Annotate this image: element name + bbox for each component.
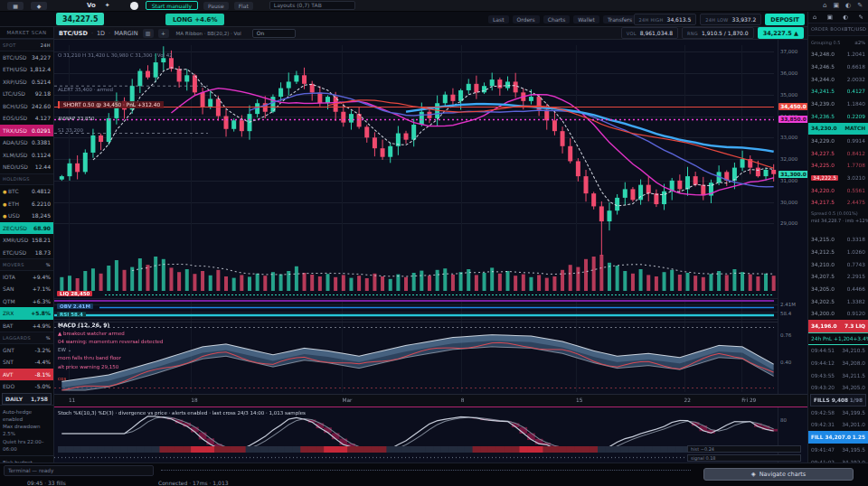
watchlist-row[interactable]: LTC/USD92.18: [0, 88, 53, 100]
watchlist-row[interactable]: SNT-4.4%: [0, 356, 53, 369]
orderbook-row[interactable]: 34,196.07.3 LIQ: [808, 320, 868, 332]
watchlist-row[interactable]: QTM+6.3%: [0, 295, 53, 308]
orderbook-row[interactable]: 34,244.02.0032: [808, 73, 868, 86]
orderbook-row[interactable]: 34,236.50.2209: [808, 110, 868, 123]
orderbook-row[interactable]: 34,207.52.2915: [808, 270, 868, 283]
pause-button[interactable]: Pause: [203, 2, 229, 10]
watchlist-sidebar: MARKET SCAN SPOT24HBTC/USD34,227ETH/USD1…: [0, 27, 54, 463]
watchlist-row[interactable]: XMR/USD158.21: [0, 234, 53, 247]
candles-icon[interactable]: ▥: [143, 29, 154, 38]
watchlist-row[interactable]: XRP/USD0.5214: [0, 76, 53, 89]
orderbook-row[interactable]: FILL 34,207.01.25: [808, 431, 868, 444]
ribbon-nav-last[interactable]: Last: [488, 15, 509, 23]
position-label[interactable]: SHORT 0.50 @ 34,450 · PnL +312.40: [58, 101, 164, 108]
orderbook-row[interactable]: FILLS 9,4081/98: [810, 394, 866, 407]
daily-stats-cell[interactable]: DAILY 1,758: [2, 393, 52, 405]
alert-label[interactable]: AVWAP 33,850: [58, 116, 94, 121]
orderbook-row[interactable]: 34,202.51.3382: [808, 295, 868, 308]
watchlist-row[interactable]: BCH/USD242.60: [0, 100, 53, 113]
orderbook-row[interactable]: 09:42:5834,199.5: [808, 407, 868, 419]
watchlist-row[interactable]: ETC/USD18.73: [0, 247, 53, 259]
ribbon-nav-transfers[interactable]: Transfers: [603, 15, 637, 23]
orderbook-row[interactable]: Spread 0.5 (0.001%)mid 34,228.7 · imb +1…: [808, 209, 868, 233]
orderbook-row[interactable]: 34,229.00.9914: [808, 135, 868, 147]
watchlist-row[interactable]: BAT+4.9%: [0, 320, 53, 332]
watchlist-row[interactable]: ZEC/USD68.90: [0, 222, 53, 235]
watchlist-row[interactable]: ADA/USD0.3381: [0, 136, 53, 149]
orderbook-row[interactable]: 34,246.50.6618: [808, 61, 868, 73]
orderbook-row[interactable]: 34,230.0MATCH: [808, 123, 868, 136]
home-icon[interactable]: ⌂: [813, 14, 816, 21]
grid-icon[interactable]: ▦: [7, 2, 24, 10]
orderbook-row[interactable]: 34,239.01.1840: [808, 98, 868, 110]
watchlist-row[interactable]: XLM/USD0.1124: [0, 149, 53, 162]
orderbook-row[interactable]: 34,222.53.0210: [808, 172, 868, 184]
watchlist-row[interactable]: ETH/USD1,812.4: [0, 63, 53, 76]
deposit-button[interactable]: DEPOSIT: [765, 14, 805, 25]
watchlist-row[interactable]: NEO/USD12.44: [0, 161, 53, 173]
price-badge[interactable]: 34,227.5: [56, 13, 104, 25]
ribbon-nav-wallet[interactable]: Wallet: [573, 15, 599, 23]
shield-icon[interactable]: ◆: [31, 2, 47, 10]
panel-icon[interactable]: ▣: [827, 14, 833, 21]
edit-icon[interactable]: ✎: [857, 2, 863, 9]
watchlist-row[interactable]: EOS/USD4.127: [0, 112, 53, 125]
orderbook-row[interactable]: 34,215.00.3318: [808, 233, 868, 246]
position-badge[interactable]: LONG +4.6%: [165, 14, 224, 25]
watchlist-row[interactable]: EDO-5.0%: [0, 380, 53, 393]
watchlist-row[interactable]: SAN+7.1%: [0, 283, 53, 295]
contrast-icon[interactable]: ◐: [845, 2, 851, 9]
orderbook-row[interactable]: 09:41:0234,192.0: [808, 456, 868, 463]
orderbook-row[interactable]: 34,248.01.2041: [808, 48, 868, 61]
search-input[interactable]: Layouts (0,7) TAB: [269, 1, 355, 10]
orderbook-row[interactable]: 34,217.52.4475: [808, 197, 868, 210]
timeframe-selector[interactable]: 1D: [97, 30, 105, 37]
orderbook-row[interactable]: 09:44:1234,208.0: [808, 357, 868, 369]
orderbook-row[interactable]: 09:41:4734,195.5: [808, 444, 868, 456]
panel-icon[interactable]: ▣: [833, 2, 839, 9]
watchlist-row[interactable]: BTC/USD34,227: [0, 51, 53, 64]
orderbook-row[interactable]: 24h PnL +1,204+3.4%: [808, 332, 868, 345]
orderbook-row[interactable]: 34,212.51.0260: [808, 246, 868, 258]
orderbook-row[interactable]: 09:43:5534,211.5: [808, 369, 868, 382]
orderbook-row[interactable]: 34,200.00.9120: [808, 307, 868, 320]
orderbook-row[interactable]: 09:44:5134,210.5: [808, 345, 868, 358]
ribbon-nav-charts[interactable]: Charts: [543, 15, 571, 23]
theme-toggle[interactable]: [130, 2, 138, 10]
alert-label[interactable]: S1 33,200: [58, 127, 83, 133]
alert-label[interactable]: ALERT 35,400 · armed: [58, 87, 113, 92]
orderbook-row[interactable]: 09:43:2034,205.0: [808, 382, 868, 395]
watchlist-row[interactable]: TRX/USD0.0291: [0, 125, 53, 137]
last-price-chip[interactable]: 34,227.5 ▲: [758, 27, 804, 39]
time-axis[interactable]: 1118Mar81522Fri 29: [54, 394, 807, 407]
watchlist-row[interactable]: BTC0.4812: [0, 185, 53, 198]
collapsed-pane-chip[interactable]: LIQ 28,450: [57, 291, 92, 296]
watchlist-row[interactable]: GNT-3.2%: [0, 344, 53, 357]
on-input[interactable]: On: [252, 29, 296, 38]
orderbook-row[interactable]: 34,205.00.4466: [808, 283, 868, 295]
orderbook-row[interactable]: 34,241.50.4127: [808, 85, 868, 98]
balance-icon[interactable]: ◐: [843, 14, 848, 21]
navigate-charts-button[interactable]: ◈ Navigate charts: [703, 468, 854, 481]
orderbook-row[interactable]: 34,225.01.7708: [808, 160, 868, 173]
ribbon-nav-orders[interactable]: Orders: [513, 15, 540, 23]
collapsed-pane-chip[interactable]: RSI 58.4: [57, 312, 86, 317]
home-icon[interactable]: ⌂: [823, 2, 826, 9]
orderbook-row[interactable]: Grouping 0.5±2%: [808, 36, 868, 49]
watchlist-row[interactable]: ZRX+5.8%: [0, 307, 53, 320]
start-manually-button[interactable]: Start manually: [146, 1, 198, 10]
orderbook-row[interactable]: 09:42:3134,201.0: [808, 419, 868, 432]
collapsed-pane-chip[interactable]: OBV 2.41M: [57, 304, 93, 309]
watchlist-row[interactable]: ETH6.2210: [0, 198, 53, 210]
orderbook-row[interactable]: 34,227.50.8412: [808, 147, 868, 160]
add-indicator-icon[interactable]: +: [158, 29, 169, 38]
watchlist-row[interactable]: USD18,245: [0, 210, 53, 222]
watchlist-row[interactable]: IOTA+9.4%: [0, 271, 53, 284]
orderbook-row[interactable]: 34,220.00.5561: [808, 184, 868, 197]
terminal-box[interactable]: Terminal — ready: [4, 465, 154, 476]
edit-icon[interactable]: ✎: [859, 14, 863, 21]
orderbook-row[interactable]: 34,210.00.7743: [808, 258, 868, 271]
symbol-label[interactable]: BTC/USD: [59, 30, 88, 37]
watchlist-row[interactable]: AVT-8.1%: [0, 369, 53, 381]
flat-button[interactable]: Flat: [234, 2, 253, 10]
